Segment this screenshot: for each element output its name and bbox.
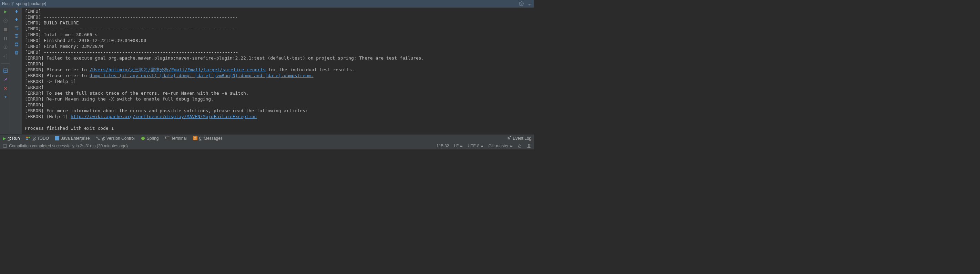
run-with-coverage-icon[interactable]	[3, 18, 8, 24]
messages-icon	[193, 136, 197, 140]
lock-icon[interactable]	[517, 144, 522, 148]
tab-event-log-label: Event Log	[513, 136, 531, 141]
svg-rect-13	[55, 136, 59, 141]
clear-all-icon[interactable]	[14, 50, 19, 55]
console-output[interactable]: [INFO] [INFO] --------------------------…	[22, 8, 534, 134]
svg-rect-12	[29, 137, 30, 138]
svg-point-21	[528, 144, 530, 146]
svg-rect-3	[4, 28, 7, 31]
line-separator[interactable]: LF≑	[454, 144, 463, 148]
git-branch[interactable]: Git: master≑	[488, 144, 513, 148]
tab-run[interactable]: ▶ 4: Run	[3, 136, 20, 141]
tab-vcs-label: : Version Control	[104, 136, 135, 141]
scroll-down-icon[interactable]	[14, 17, 19, 22]
tab-terminal[interactable]: Terminal	[165, 136, 186, 141]
run-config-name: spring [package]	[16, 2, 46, 6]
hector-icon[interactable]	[527, 144, 531, 148]
tab-version-control[interactable]: 9: Version Control	[96, 136, 134, 141]
cursor-position[interactable]: 115:32	[437, 144, 449, 148]
svg-point-16	[141, 137, 145, 140]
console-link[interactable]: /Users/hulimin/大三学习/需求分析/Emall/Emall/tar…	[89, 67, 266, 72]
print-icon[interactable]	[14, 42, 19, 47]
status-message: Compilation completed successfully in 2s…	[9, 144, 128, 148]
svg-rect-19	[3, 144, 6, 147]
layout-icon[interactable]	[3, 68, 8, 73]
main-area: [INFO] [INFO] --------------------------…	[0, 8, 534, 134]
run-toolbar-left	[0, 8, 11, 134]
stop-icon[interactable]	[3, 27, 8, 32]
scroll-up-icon[interactable]	[14, 9, 19, 14]
status-bar: Compilation completed successfully in 2s…	[0, 142, 534, 149]
console-toolbar	[11, 8, 22, 134]
svg-rect-17	[165, 136, 169, 140]
hide-icon[interactable]	[527, 2, 532, 6]
terminal-icon	[165, 136, 169, 140]
svg-rect-11	[27, 138, 28, 140]
scroll-to-end-icon[interactable]	[14, 34, 19, 38]
spring-icon	[141, 136, 145, 141]
tab-spring[interactable]: Spring	[141, 136, 159, 141]
vcs-icon	[96, 136, 100, 141]
console-link[interactable]: dump files (if any exist) [date].dump, […	[89, 73, 313, 78]
tab-java-enterprise[interactable]: Java Enterprise	[55, 136, 89, 141]
tab-run-label: : Run	[10, 136, 20, 141]
pin-icon[interactable]	[3, 77, 8, 82]
tab-terminal-label: Terminal	[171, 136, 186, 141]
svg-rect-5	[6, 37, 7, 40]
svg-rect-8	[3, 69, 7, 73]
dump-threads-icon[interactable]	[3, 45, 8, 50]
svg-rect-10	[27, 137, 28, 138]
tab-spring-label: Spring	[147, 136, 159, 141]
rerun-icon[interactable]	[3, 9, 8, 14]
tab-todo[interactable]: 6: TODO	[26, 136, 49, 141]
separator	[1, 63, 10, 64]
status-handle-icon[interactable]	[3, 144, 7, 148]
exit-icon[interactable]	[3, 54, 8, 59]
console-link[interactable]: http://cwiki.apache.org/confluence/displ…	[71, 114, 257, 119]
pause-icon[interactable]	[3, 36, 8, 41]
tab-java-label: Java Enterprise	[61, 136, 89, 141]
tool-window-titlebar: Run spring [package]	[0, 0, 534, 8]
svg-point-7	[5, 47, 5, 48]
svg-point-1	[521, 3, 522, 5]
java-ee-icon	[55, 136, 59, 141]
close-icon[interactable]	[3, 86, 8, 91]
svg-rect-4	[4, 37, 5, 40]
tab-messages[interactable]: 0: Messages	[193, 136, 223, 141]
svg-rect-9	[15, 44, 18, 46]
play-icon: ▶	[3, 136, 6, 141]
event-log-icon	[506, 136, 511, 141]
help-icon[interactable]	[3, 95, 8, 100]
tab-run-num: 4	[8, 136, 10, 141]
soft-wrap-icon[interactable]	[14, 25, 19, 30]
run-label: Run	[2, 2, 10, 6]
svg-rect-20	[519, 146, 521, 147]
tab-todo-label: : TODO	[35, 136, 49, 141]
settings-icon[interactable]	[519, 2, 524, 6]
tab-messages-label: : Messages	[201, 136, 222, 141]
file-encoding[interactable]: UTF-8≑	[468, 144, 484, 148]
tool-window-bar: ▶ 4: Run 6: TODO Java Enterprise 9: Vers…	[0, 134, 534, 142]
todo-icon	[26, 136, 31, 141]
tab-event-log[interactable]: Event Log	[506, 136, 531, 141]
gear-small-icon	[10, 2, 14, 6]
svg-point-0	[12, 3, 13, 5]
svg-rect-6	[4, 46, 7, 48]
